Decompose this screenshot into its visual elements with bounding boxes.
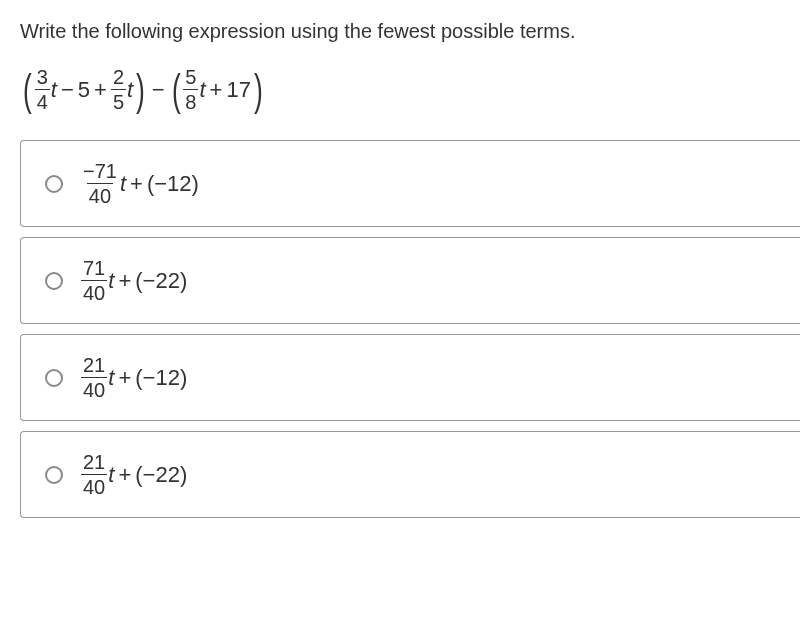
- fraction: 21 40: [81, 355, 107, 400]
- main-expression: ( 3 4 t − 5 + 2 5 t ) − ( 5 8 t + 17 ): [20, 67, 800, 112]
- close-paren-icon: ): [254, 72, 263, 107]
- answer-options: −71 40 t + ( −12 ) 71 40 t + ( −22 ): [20, 140, 800, 518]
- fraction: −71 40: [81, 161, 119, 206]
- radio-icon: [45, 466, 63, 484]
- option-b[interactable]: 71 40 t + ( −22 ): [20, 237, 800, 324]
- fraction: 3 4: [35, 67, 50, 112]
- radio-icon: [45, 175, 63, 193]
- fraction: 21 40: [81, 452, 107, 497]
- option-c[interactable]: 21 40 t + ( −12 ): [20, 334, 800, 421]
- option-d[interactable]: 21 40 t + ( −22 ): [20, 431, 800, 518]
- radio-icon: [45, 369, 63, 387]
- question-prompt: Write the following expression using the…: [20, 20, 800, 43]
- option-a[interactable]: −71 40 t + ( −12 ): [20, 140, 800, 227]
- fraction: 5 8: [183, 67, 198, 112]
- radio-icon: [45, 272, 63, 290]
- close-paren-icon: ): [136, 72, 145, 107]
- open-paren-icon: (: [172, 72, 181, 107]
- open-paren-icon: (: [23, 72, 32, 107]
- fraction: 71 40: [81, 258, 107, 303]
- fraction: 2 5: [111, 67, 126, 112]
